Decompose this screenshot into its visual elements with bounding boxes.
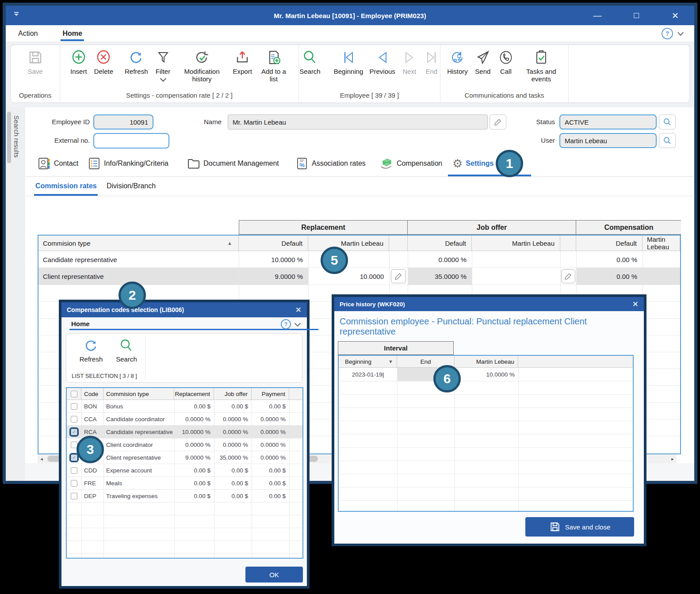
- status-lookup-button[interactable]: [659, 114, 676, 129]
- row-checkbox[interactable]: [71, 480, 77, 487]
- close-icon[interactable]: ✕: [632, 300, 639, 309]
- dialog-search-button[interactable]: Search: [109, 337, 144, 364]
- menu-action[interactable]: Action: [18, 30, 38, 38]
- tab-contact[interactable]: Contact: [38, 156, 78, 171]
- row-checkbox[interactable]: [71, 467, 77, 474]
- user-lookup-button[interactable]: [659, 133, 676, 148]
- search-results-panel[interactable]: Search results: [6, 107, 25, 481]
- floppy-icon: [549, 521, 561, 533]
- beginning-button[interactable]: Beginning: [332, 49, 365, 76]
- row-checkbox[interactable]: [71, 416, 77, 423]
- scroll-right-button[interactable]: ▸: [669, 454, 677, 463]
- dialog-title: Price history (WKF020): [340, 301, 405, 308]
- end-button[interactable]: End: [422, 49, 441, 76]
- price-history-dialog: Price history (WKF020) ✕ Commission empl…: [332, 294, 646, 546]
- external-no-field[interactable]: [93, 133, 169, 148]
- name-field[interactable]: Mr. Martin Lebeau: [228, 114, 488, 129]
- cell-replacement-person-editing[interactable]: 10.0000: [308, 268, 389, 285]
- minimize-button[interactable]: —: [592, 11, 603, 20]
- refresh-button[interactable]: Refresh: [123, 49, 150, 76]
- filter-button[interactable]: Filter: [153, 49, 173, 82]
- search-button[interactable]: Search: [298, 49, 322, 76]
- tab-info-ranking-criteria[interactable]: Info/Ranking/Criteria: [88, 156, 168, 171]
- callout-badge-3: 3: [77, 436, 104, 463]
- panel-handle[interactable]: [7, 112, 11, 163]
- add-to-list-button[interactable]: Add to a list: [257, 49, 290, 84]
- column-header-job-offer[interactable]: Job offer: [214, 388, 252, 400]
- column-header-default[interactable]: Default: [239, 236, 308, 251]
- employee-id-field[interactable]: 10091: [93, 114, 153, 129]
- cell-job-offer: 0.0000 %: [214, 438, 252, 451]
- row-checkbox[interactable]: [71, 403, 77, 410]
- column-header-martin-lebeau[interactable]: Martin Lebeau: [472, 236, 560, 251]
- column-header-person[interactable]: Martin Lebeau: [455, 356, 518, 368]
- tab-settings[interactable]: ⚙ Settings: [452, 156, 493, 171]
- status-field[interactable]: ACTIVE: [559, 114, 657, 129]
- close-icon[interactable]: ✕: [295, 305, 302, 315]
- tab-compensation[interactable]: Compensation: [379, 156, 442, 171]
- collapse-chevron-icon[interactable]: [295, 320, 301, 326]
- dialog-refresh-button[interactable]: Refresh: [73, 337, 109, 364]
- ribbon-collapse-chevron-icon[interactable]: [677, 30, 684, 36]
- subtab-commission-rates[interactable]: Commission rates: [35, 182, 97, 190]
- scroll-left-button[interactable]: ◂: [38, 454, 46, 463]
- cell-joboffer-default: 35.0000 %: [408, 268, 472, 285]
- row-checkbox-checked[interactable]: [71, 454, 77, 461]
- row-checkbox-checked[interactable]: [71, 429, 77, 435]
- cell-code: CDD: [81, 464, 103, 477]
- cell-payment: 0.00 $: [252, 464, 289, 477]
- callout-badge-1: 1: [496, 150, 523, 177]
- column-header-replacement[interactable]: Replacement: [174, 388, 214, 400]
- delete-button[interactable]: Delete: [92, 49, 115, 76]
- tasks-and-events-button[interactable]: Tasks and events: [519, 49, 563, 84]
- modification-history-button[interactable]: Modification history: [176, 49, 228, 84]
- beginning-icon: [340, 50, 356, 65]
- send-button[interactable]: Send: [473, 49, 493, 76]
- export-button[interactable]: Export: [231, 49, 254, 76]
- column-header-beginning[interactable]: Beginning ▼: [339, 356, 397, 368]
- insert-button[interactable]: Insert: [69, 49, 89, 76]
- subtab-division-branch[interactable]: Division/Branch: [107, 182, 156, 190]
- cell-payment: 0.00 $: [252, 400, 289, 413]
- cell-code: BON: [81, 400, 103, 413]
- next-button[interactable]: Next: [400, 49, 419, 76]
- cell-beginning-editing[interactable]: 2023-01-19|: [339, 368, 397, 381]
- column-header-code[interactable]: Code: [81, 388, 103, 400]
- tab-document-management[interactable]: Document Management: [187, 156, 279, 171]
- edit-rate-button[interactable]: [391, 269, 406, 283]
- help-icon[interactable]: ?: [662, 28, 673, 39]
- header-select-all[interactable]: [67, 388, 81, 400]
- row-checkbox[interactable]: [71, 493, 77, 499]
- history-icon: [449, 50, 465, 65]
- save-and-close-button[interactable]: Save and close: [525, 517, 634, 537]
- dialog-tab-home[interactable]: Home: [71, 320, 317, 327]
- ok-button[interactable]: OK: [245, 567, 303, 583]
- column-header-default[interactable]: Default: [408, 236, 472, 251]
- group-header-compensation: Compensation: [576, 220, 681, 235]
- column-header-commission-type[interactable]: Commision type ▲: [38, 236, 239, 251]
- name-edit-button[interactable]: [490, 114, 506, 129]
- maximize-button[interactable]: □: [631, 11, 642, 20]
- column-header-type[interactable]: Commision type: [103, 388, 174, 400]
- cell-type: Meals: [103, 477, 174, 490]
- ribbon-group-label: Communications and tasks: [440, 91, 568, 103]
- column-header-payment[interactable]: Payment: [252, 388, 289, 400]
- close-button[interactable]: ✕: [669, 11, 681, 21]
- call-button[interactable]: Call: [496, 49, 516, 76]
- edit-rate-button[interactable]: [561, 269, 575, 283]
- folder-icon: [187, 157, 200, 170]
- help-icon[interactable]: ?: [281, 319, 291, 329]
- cell-job-offer: 0.00 $: [214, 490, 252, 503]
- save-button[interactable]: Save: [26, 49, 45, 76]
- tab-association-rates[interactable]: % Association rates: [295, 156, 366, 171]
- menu-home[interactable]: Home: [62, 30, 82, 38]
- cell-payment: 0.0000 %: [252, 413, 289, 426]
- user-field[interactable]: Martin Lebeau: [559, 133, 657, 148]
- search-icon: [119, 338, 134, 353]
- column-header-martin-lebeau[interactable]: Martin Lebeau: [308, 236, 389, 251]
- column-header-default[interactable]: Default: [576, 236, 643, 251]
- select-all-checkbox[interactable]: [71, 391, 77, 397]
- history-button[interactable]: History: [445, 49, 470, 76]
- column-header-martin-lebeau[interactable]: Martin Lebeau: [643, 236, 680, 251]
- previous-button[interactable]: Previous: [367, 49, 397, 76]
